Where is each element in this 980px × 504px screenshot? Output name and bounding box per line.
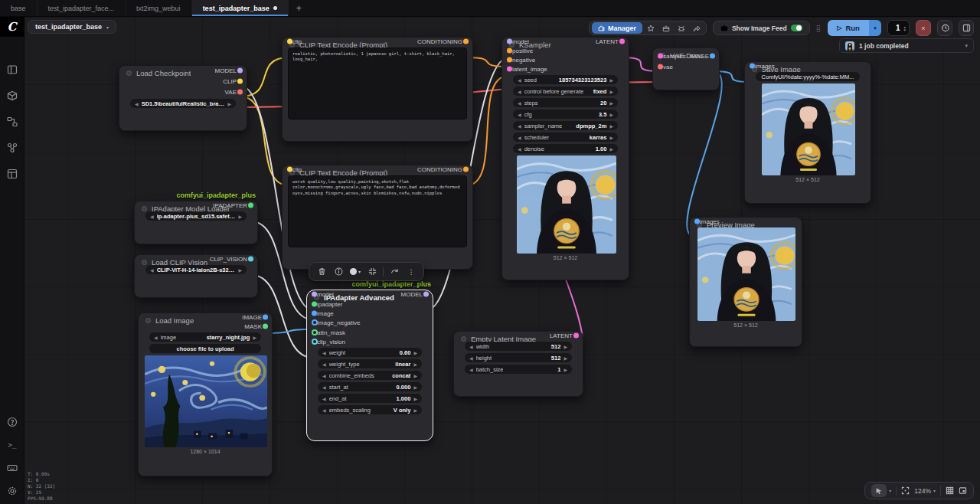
tab-base[interactable]: base — [0, 0, 38, 16]
custom-nodes-icon[interactable] — [659, 22, 673, 34]
prev-arrow[interactable]: ◀ — [135, 101, 139, 106]
increment-arrow[interactable]: ▶ — [609, 89, 613, 94]
increment-arrow[interactable]: ▶ — [609, 77, 613, 83]
widget-upload-button[interactable]: choose file to upload — [149, 344, 261, 353]
increment-arrow[interactable]: ▶ — [609, 135, 613, 140]
node-ipadapter_advanced[interactable]: comfyui_ipadapter_plusIPAdapter Advanced… — [306, 290, 433, 441]
decrement-arrow[interactable]: ◀ — [322, 407, 326, 413]
workflow-name-menu[interactable]: test_ipadapter_base ▾ — [28, 20, 116, 34]
increment-arrow[interactable]: ▶ — [413, 385, 417, 390]
output-slot-IMAGE[interactable] — [263, 315, 268, 320]
help-icon[interactable] — [0, 411, 24, 434]
input-slot-clip[interactable] — [287, 39, 292, 44]
pointer-tool-button[interactable]: ▾ — [871, 484, 891, 497]
widget-file-select[interactable]: ◀CLIP-ViT-H-14-laion2B-s32B-b...▶ — [145, 265, 247, 274]
widget-weight_type[interactable]: ◀weight_typelinear▶ — [318, 359, 422, 368]
history-button[interactable] — [937, 20, 952, 36]
node-color-icon[interactable]: ▾ — [348, 265, 363, 278]
run-options-caret[interactable]: ▾ — [869, 20, 881, 36]
decrement-arrow[interactable]: ◀ — [518, 100, 521, 106]
node-ipadapter_loader[interactable]: comfyui_ipadapter_plusIPAdapter Model Lo… — [134, 201, 258, 244]
output-slot-CONDITIONING[interactable] — [463, 39, 469, 44]
prompt-textarea[interactable]: worst quality,low quality,painting,sketc… — [288, 175, 467, 247]
show-image-feed-toggle[interactable]: Show Image Feed — [716, 25, 807, 32]
node-library-icon[interactable] — [0, 110, 24, 133]
delete-node-icon[interactable] — [314, 265, 329, 278]
output-slot-CLIP[interactable] — [237, 79, 243, 84]
decrement-arrow[interactable]: ◀ — [469, 367, 473, 372]
output-slot-VAE[interactable] — [237, 90, 243, 95]
increment-arrow[interactable]: ▶ — [609, 146, 613, 152]
decrement-arrow[interactable]: ◀ — [518, 77, 521, 83]
input-slot-model[interactable] — [312, 292, 317, 297]
decrement-arrow[interactable]: ◀ — [322, 373, 326, 378]
workflows-icon[interactable] — [0, 58, 24, 81]
input-slot-model[interactable] — [507, 39, 512, 44]
widget-image[interactable]: ◀imagestarry_night.jpg▶ — [149, 332, 261, 342]
prev-arrow[interactable]: ◀ — [150, 267, 154, 273]
output-slot-IPADAPTER[interactable] — [248, 203, 253, 208]
increment-arrow[interactable]: ▶ — [564, 367, 567, 372]
run-button[interactable]: ▷ Run — [828, 20, 869, 36]
node-save_image[interactable]: Save ImageimagesComfyUI/%date:yyyy%-%dat… — [744, 61, 871, 204]
settings-gear-icon[interactable] — [0, 479, 24, 502]
node-load_clip_vision[interactable]: Load CLIP VisionCLIP_VISION◀CLIP-ViT-H-1… — [134, 254, 258, 298]
toggle-grid-button[interactable] — [946, 486, 954, 495]
widget-end_at[interactable]: ◀end_at1.000▶ — [318, 394, 422, 403]
count-stepper[interactable]: ▴▾ — [903, 25, 906, 31]
node-vae_decode[interactable]: VAE Deco...samplesIMAGEvae — [652, 47, 720, 90]
widget-weight[interactable]: ◀weight0.60▶ — [318, 348, 422, 357]
widget-control_before_generate[interactable]: ◀control before generatefixed▶ — [513, 87, 618, 96]
tab-txt2img-webui[interactable]: txt2img_webui — [126, 0, 192, 16]
model-library-icon[interactable] — [0, 84, 24, 107]
job-status-bar[interactable]: 1 job completed ▾ — [839, 38, 974, 53]
input-slot-images[interactable] — [694, 219, 700, 224]
widget-file-select[interactable]: ◀ip-adapter-plus_sd15.safetens ...▶ — [145, 211, 247, 221]
increment-arrow[interactable]: ▶ — [609, 123, 613, 129]
fit-view-button[interactable] — [901, 486, 910, 495]
output-slot-CONDITIONING[interactable] — [463, 167, 469, 172]
increment-arrow[interactable]: ▶ — [564, 355, 567, 361]
input-slot-clip[interactable] — [287, 167, 292, 172]
input-slot-positive[interactable] — [507, 48, 512, 54]
decrement-arrow[interactable]: ◀ — [518, 112, 521, 117]
next-arrow[interactable]: ▶ — [238, 267, 242, 273]
increment-arrow[interactable]: ▶ — [413, 350, 417, 355]
increment-arrow[interactable]: ▶ — [609, 100, 613, 106]
output-slot-MODEL[interactable] — [423, 292, 429, 297]
comfyui-logo[interactable]: C — [0, 17, 24, 37]
output-slot-IMAGE[interactable] — [710, 54, 715, 59]
decrement-arrow[interactable]: ◀ — [469, 344, 473, 349]
widget-cfg[interactable]: ◀cfg3.5▶ — [513, 110, 618, 119]
node-preview_image[interactable]: Preview Imageimages512 × 512 — [689, 217, 802, 347]
node-clip_encode_neg[interactable]: CLIP Text Encode (Prompt)clipCONDITIONIN… — [282, 165, 473, 270]
widget-scheduler[interactable]: ◀schedulerkarras▶ — [513, 133, 618, 142]
widget-width[interactable]: ◀width512▶ — [465, 342, 572, 351]
decrement-arrow[interactable]: ◀ — [322, 362, 326, 367]
output-slot-CLIP_VISION[interactable] — [248, 257, 253, 262]
node-load_image[interactable]: Load ImageIMAGEMASK◀imagestarry_night.jp… — [138, 313, 273, 476]
widget-embeds_scaling[interactable]: ◀embeds_scalingV only▶ — [318, 405, 422, 414]
prev-arrow[interactable]: ◀ — [150, 214, 154, 219]
input-slot-ipadapter[interactable] — [312, 301, 317, 306]
node-load_checkpoint[interactable]: Load CheckpointMODELCLIPVAE◀SD1.5\beauti… — [119, 65, 247, 131]
decrement-arrow[interactable]: ◀ — [469, 355, 473, 361]
widget-text[interactable]: ComfyUI/%date:yyyy%-%date:MM... — [756, 72, 860, 81]
widget-seed[interactable]: ◀seed185734323123523▶ — [513, 75, 618, 84]
graph-canvas[interactable]: Load CheckpointMODELCLIPVAE◀SD1.5\beauti… — [0, 17, 980, 504]
widget-height[interactable]: ◀height512▶ — [465, 353, 572, 362]
collapse-node-icon[interactable] — [364, 265, 380, 278]
increment-arrow[interactable]: ▶ — [413, 407, 417, 413]
terminal-icon[interactable]: >_ — [0, 434, 24, 457]
input-slot-vae[interactable] — [658, 64, 663, 70]
zoom-level-menu[interactable]: 124% ▾ — [914, 487, 936, 495]
prompt-textarea[interactable]: realistic, photorealistic, 1 japanese gi… — [288, 47, 467, 119]
toggle-panel-button[interactable] — [959, 20, 974, 36]
node-clip_encode_pos[interactable]: CLIP Text Encode (Prompt)clipCONDITIONIN… — [282, 37, 473, 142]
new-tab-button[interactable]: + — [289, 0, 309, 16]
decrement-arrow[interactable]: ◀ — [518, 135, 521, 140]
increment-arrow[interactable]: ▶ — [609, 112, 613, 117]
input-slot-images[interactable] — [750, 64, 755, 69]
output-slot-LATENT[interactable] — [619, 39, 625, 44]
increment-arrow[interactable]: ▶ — [413, 373, 417, 378]
